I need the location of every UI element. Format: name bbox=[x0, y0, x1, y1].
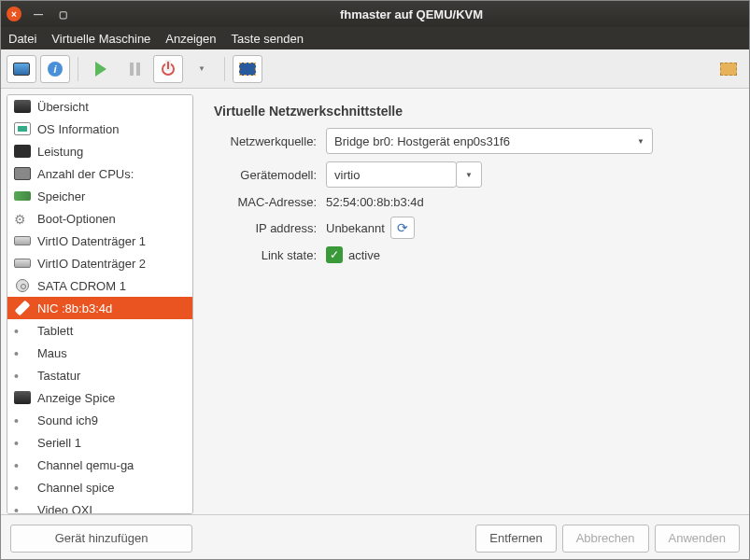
cancel-button: Abbrechen bbox=[562, 525, 649, 553]
sidebar-item-4[interactable]: Speicher bbox=[7, 185, 192, 207]
sidebar-item-17[interactable]: •Channel spice bbox=[7, 476, 192, 498]
chevron-down-icon: ▼ bbox=[637, 137, 644, 146]
disk-icon bbox=[13, 256, 32, 271]
minimize-icon[interactable]: — bbox=[31, 7, 46, 21]
remove-button[interactable]: Entfernen bbox=[475, 525, 556, 553]
sidebar-item-12[interactable]: •Tastatur bbox=[7, 364, 192, 386]
boot-icon: ⚙ bbox=[13, 211, 32, 226]
sound-icon: • bbox=[13, 413, 32, 427]
sidebar-item-10[interactable]: •Tablett bbox=[7, 319, 192, 342]
maximize-icon[interactable]: ▢ bbox=[55, 7, 70, 21]
sidebar-item-label: SATA CDROM 1 bbox=[37, 279, 126, 293]
sidebar-item-label: Boot-Optionen bbox=[37, 212, 116, 226]
video-icon: • bbox=[13, 502, 32, 514]
details-button[interactable]: i bbox=[40, 55, 70, 83]
ip-value: Unbekannt bbox=[326, 221, 385, 235]
workspace: ÜbersichtOS InformationLeistungAnzahl de… bbox=[1, 89, 749, 514]
tablet-icon: • bbox=[13, 323, 32, 338]
sidebar-item-label: Video QXL bbox=[37, 503, 96, 515]
sidebar-item-16[interactable]: •Channel qemu-ga bbox=[7, 454, 192, 476]
sidebar-item-18[interactable]: •Video QXL bbox=[7, 498, 192, 514]
ip-label: IP address: bbox=[214, 221, 326, 235]
sidebar-item-7[interactable]: VirtIO Datenträger 2 bbox=[7, 252, 192, 274]
details-panel: Virtuelle Netzwerkschnittstelle Netzwerk… bbox=[193, 89, 749, 514]
menu-sendkey[interactable]: Taste senden bbox=[232, 32, 304, 46]
sidebar-item-label: VirtIO Datenträger 1 bbox=[37, 234, 146, 248]
close-icon[interactable]: × bbox=[7, 7, 21, 21]
performance-icon bbox=[13, 144, 32, 159]
cpu-icon bbox=[13, 166, 32, 181]
sidebar-item-label: Leistung bbox=[37, 145, 83, 159]
display-icon bbox=[13, 390, 32, 405]
nic-icon bbox=[13, 301, 32, 315]
chevron-down-icon: ▼ bbox=[465, 171, 473, 179]
menu-file[interactable]: Datei bbox=[8, 32, 36, 46]
sidebar-item-0[interactable]: Übersicht bbox=[7, 95, 192, 118]
sidebar-item-8[interactable]: SATA CDROM 1 bbox=[7, 274, 192, 297]
snapshot-icon bbox=[720, 63, 737, 76]
separator bbox=[224, 57, 225, 81]
mouse-icon: • bbox=[13, 345, 32, 360]
channel-icon: • bbox=[13, 457, 32, 472]
menu-vm[interactable]: Virtuelle Maschine bbox=[51, 32, 150, 46]
sidebar-item-label: Seriell 1 bbox=[37, 436, 81, 450]
shutdown-button[interactable] bbox=[153, 55, 183, 83]
sidebar-item-13[interactable]: Anzeige Spice bbox=[7, 386, 192, 409]
sidebar-item-label: Übersicht bbox=[37, 100, 89, 114]
netsource-label: Netzwerkquelle: bbox=[214, 134, 326, 148]
netsource-combo[interactable]: Bridge br0: Hostgerät enp0s31f6 ▼ bbox=[326, 128, 653, 154]
pause-icon bbox=[130, 63, 140, 76]
mac-value: 52:54:00:8b:b3:4d bbox=[326, 195, 424, 209]
separator bbox=[78, 57, 78, 81]
fullscreen-icon bbox=[239, 63, 256, 76]
sidebar-item-11[interactable]: •Maus bbox=[7, 342, 192, 364]
keyboard-icon: • bbox=[13, 368, 32, 383]
linkstate-label: Link state: bbox=[214, 248, 326, 262]
os-icon bbox=[13, 121, 32, 136]
memory-icon bbox=[13, 189, 32, 203]
run-button[interactable] bbox=[86, 55, 116, 83]
footer: Gerät hinzufügen Entfernen Abbrechen Anw… bbox=[1, 514, 749, 560]
ip-refresh-button[interactable]: ⟳ bbox=[390, 217, 415, 239]
apply-button: Anwenden bbox=[655, 525, 740, 553]
sidebar-item-5[interactable]: ⚙Boot-Optionen bbox=[7, 207, 192, 230]
devmodel-value: virtio bbox=[334, 168, 360, 182]
sidebar-item-14[interactable]: •Sound ich9 bbox=[7, 409, 192, 431]
shutdown-menu-button[interactable]: ▼ bbox=[187, 55, 217, 83]
sidebar-item-label: Tablett bbox=[37, 324, 73, 338]
monitor-icon bbox=[13, 63, 30, 76]
sidebar-item-label: Sound ich9 bbox=[37, 413, 98, 427]
linkstate-value: active bbox=[348, 248, 380, 262]
sidebar-item-2[interactable]: Leistung bbox=[7, 140, 192, 162]
sidebar-item-label: Speicher bbox=[37, 189, 85, 203]
add-hardware-button[interactable]: Gerät hinzufügen bbox=[10, 525, 192, 553]
fullscreen-button[interactable] bbox=[233, 55, 262, 83]
sidebar-item-15[interactable]: •Seriell 1 bbox=[7, 431, 192, 454]
pause-button[interactable] bbox=[120, 55, 149, 83]
window-title: fhmaster auf QEMU/KVM bbox=[79, 7, 743, 21]
devmodel-dropdown-button[interactable]: ▼ bbox=[456, 161, 482, 188]
snapshot-button[interactable] bbox=[714, 55, 743, 83]
linkstate-checkbox[interactable]: ✓ bbox=[326, 246, 343, 263]
channel-icon: • bbox=[13, 480, 32, 495]
refresh-icon: ⟳ bbox=[397, 220, 408, 235]
sidebar-item-6[interactable]: VirtIO Datenträger 1 bbox=[7, 230, 192, 252]
sidebar-item-9[interactable]: NIC :8b:b3:4d bbox=[7, 297, 192, 319]
overview-icon bbox=[13, 99, 32, 114]
hardware-sidebar[interactable]: ÜbersichtOS InformationLeistungAnzahl de… bbox=[7, 94, 193, 514]
netsource-value: Bridge br0: Hostgerät enp0s31f6 bbox=[334, 134, 510, 148]
console-button[interactable] bbox=[7, 55, 36, 83]
sidebar-item-label: NIC :8b:b3:4d bbox=[37, 301, 112, 315]
sidebar-item-label: OS Information bbox=[37, 122, 119, 136]
power-icon bbox=[162, 63, 175, 76]
devmodel-label: Gerätemodell: bbox=[214, 168, 326, 182]
titlebar: × — ▢ fhmaster auf QEMU/KVM bbox=[1, 1, 749, 27]
sidebar-item-3[interactable]: Anzahl der CPUs: bbox=[7, 162, 192, 185]
info-icon: i bbox=[48, 62, 63, 77]
cdrom-icon bbox=[13, 278, 32, 293]
sidebar-item-1[interactable]: OS Information bbox=[7, 118, 192, 140]
devmodel-entry[interactable]: virtio bbox=[326, 161, 457, 188]
menu-view[interactable]: Anzeigen bbox=[165, 32, 216, 46]
sidebar-item-label: Channel qemu-ga bbox=[37, 458, 134, 472]
sidebar-item-label: Channel spice bbox=[37, 481, 114, 495]
